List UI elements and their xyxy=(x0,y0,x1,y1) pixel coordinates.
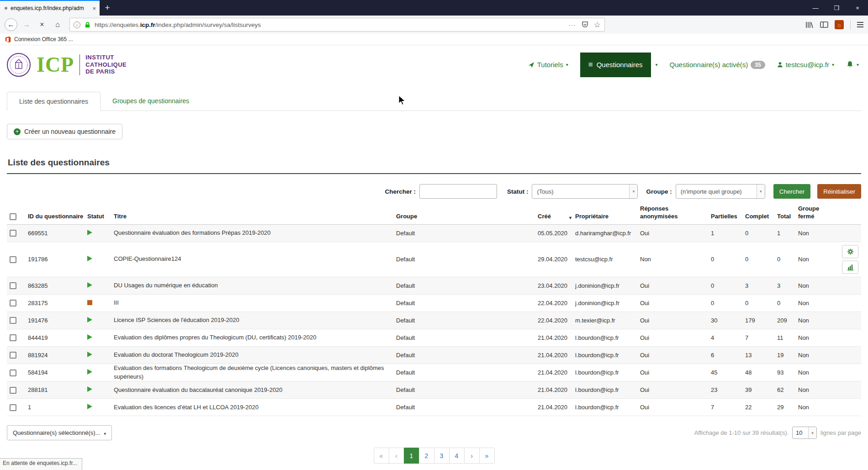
tab-survey-list[interactable]: Liste des questionnaires xyxy=(7,92,101,111)
pagination-item-2[interactable]: 2 xyxy=(419,448,434,464)
pagination-item-3[interactable]: 3 xyxy=(434,448,450,464)
page-size-select[interactable]: 10 ▾ xyxy=(792,427,817,439)
status-select[interactable]: (Tous) ▾ xyxy=(532,184,638,199)
survey-anonymized: Oui xyxy=(640,282,711,289)
survey-group: Default xyxy=(396,334,538,341)
nav-active-surveys[interactable]: Questionnaire(s) activé(s) 35 xyxy=(670,61,765,69)
reset-button[interactable]: Réinitialiser xyxy=(817,184,861,199)
minimize-button[interactable]: — xyxy=(805,5,826,11)
survey-group: Default xyxy=(396,256,538,263)
pocket-icon[interactable] xyxy=(582,21,588,28)
nav-questionnaires[interactable]: ≡ Questionnaires xyxy=(580,53,651,77)
select-all-checkbox[interactable] xyxy=(10,213,16,220)
row-checkbox[interactable] xyxy=(10,404,16,411)
search-label: Chercher : xyxy=(385,188,416,195)
row-checkbox[interactable] xyxy=(10,370,16,376)
survey-title-link[interactable]: Evaluation des diplômes propres du Theol… xyxy=(114,333,396,342)
column-header-title[interactable]: Titre xyxy=(114,213,396,221)
row-checkbox[interactable] xyxy=(10,317,16,324)
pagination-item-«[interactable]: « xyxy=(374,448,389,464)
nav-user-menu[interactable]: testcsu@icp.fr ▾ xyxy=(777,61,834,69)
survey-complete: 0 xyxy=(745,230,777,237)
survey-owner: l.bourdon@icp.fr xyxy=(575,352,640,359)
main-nav: Tutoriels ▾ ≡ Questionnaires ▾ Questionn… xyxy=(528,53,859,77)
pagination-item-›[interactable]: › xyxy=(464,448,480,464)
url-bar[interactable]: i https://enquetes.icp.fr/index.php/admi… xyxy=(69,18,605,32)
survey-created: 22.04.2020 xyxy=(538,300,575,306)
settings-button[interactable] xyxy=(842,245,858,258)
pagination-item-»[interactable]: » xyxy=(479,448,495,464)
column-header-partial[interactable]: Partielles xyxy=(711,213,745,221)
icp-logo[interactable]: ICP INSTITUT CATHOLIQUE DE PARIS xyxy=(6,53,127,77)
survey-partial: 1 xyxy=(711,230,745,237)
survey-title-link[interactable]: Evaluation des licences d'état LH et LLC… xyxy=(114,403,396,412)
survey-title-link[interactable]: Questionnaire évaluation des formations … xyxy=(114,229,396,238)
nav-notifications[interactable]: ▾ xyxy=(846,61,859,69)
group-select[interactable]: (n'importe quel groupe) ▾ xyxy=(676,184,765,199)
page-actions-icon[interactable]: ··· xyxy=(569,21,576,28)
site-info-icon[interactable]: i xyxy=(74,21,80,28)
sort-desc-icon: ▾ xyxy=(569,215,572,221)
survey-anonymized: Oui xyxy=(640,230,711,237)
home-button[interactable]: ⌂ xyxy=(51,18,64,31)
column-header-group[interactable]: Groupe xyxy=(396,213,538,221)
tab-survey-groups[interactable]: Groupes de questionnaires xyxy=(101,92,201,111)
row-checkbox[interactable] xyxy=(10,256,16,263)
column-header-owner[interactable]: Propriétaire xyxy=(575,213,640,221)
survey-title-link[interactable]: III xyxy=(114,299,396,307)
survey-status xyxy=(87,282,114,289)
close-button[interactable]: × xyxy=(847,5,868,11)
running-status-icon xyxy=(87,352,92,357)
search-button[interactable]: Chercher xyxy=(773,184,811,199)
row-checkbox[interactable] xyxy=(10,387,16,394)
chevron-down-icon[interactable]: ▾ xyxy=(656,62,658,67)
forward-button[interactable]: → xyxy=(20,18,33,31)
row-checkbox[interactable] xyxy=(10,334,16,341)
survey-complete: 0 xyxy=(745,256,777,263)
browser-tab[interactable]: enquetes.icp.fr/index.php/adm × xyxy=(0,0,100,16)
row-checkbox[interactable] xyxy=(10,352,16,359)
table-row: 863285DU Usages du numérique en éducatio… xyxy=(7,277,861,295)
nav-tutorials[interactable]: Tutoriels ▾ xyxy=(528,61,568,69)
pagination-item-1[interactable]: 1 xyxy=(404,448,419,464)
create-survey-button[interactable]: + Créer un nouveau questionnaire xyxy=(7,124,122,139)
column-header-anonymized[interactable]: Réponses anonymisées xyxy=(640,205,711,221)
row-checkbox[interactable] xyxy=(10,230,16,237)
new-tab-button[interactable]: + xyxy=(100,0,115,16)
active-surveys-badge: 35 xyxy=(751,61,765,69)
survey-title-link[interactable]: Evaluation des formations Theologicum de… xyxy=(114,364,396,381)
bookmark-item[interactable]: Connexion Office 365 ... xyxy=(14,36,73,42)
row-checkbox[interactable] xyxy=(10,300,16,306)
addon-icon[interactable]: ☼ xyxy=(835,20,844,29)
library-icon[interactable] xyxy=(805,21,814,29)
selected-surveys-button[interactable]: Questionnaire(s) sélectionné(s)... ▴ xyxy=(7,425,112,440)
column-header-created[interactable]: Créé ▾ xyxy=(538,213,575,221)
back-button[interactable]: ← xyxy=(5,18,17,31)
survey-title-link[interactable]: Evaluation du doctorat Theologicum 2019-… xyxy=(114,351,396,359)
survey-title-link[interactable]: Licence ISP Sciences de l'éducation 2019… xyxy=(114,316,396,325)
survey-group: Default xyxy=(396,230,538,237)
row-checkbox[interactable] xyxy=(10,282,16,289)
sidebar-icon[interactable] xyxy=(820,21,828,28)
pagination-item-4[interactable]: 4 xyxy=(449,448,465,464)
statistics-button[interactable] xyxy=(842,260,858,274)
column-header-closed[interactable]: Groupe fermé xyxy=(798,205,835,221)
menu-icon[interactable] xyxy=(857,22,863,27)
running-status-icon xyxy=(87,256,92,261)
stop-button[interactable]: × xyxy=(36,18,48,31)
pagination: «‹1234›» xyxy=(7,448,861,464)
bookmark-star-icon[interactable]: ☆ xyxy=(594,20,601,30)
padlock-icon xyxy=(84,21,91,28)
table-row: 288181Questionnaire évaluation du baccal… xyxy=(7,381,861,399)
tab-close-icon[interactable]: × xyxy=(92,5,96,12)
survey-title-link[interactable]: DU Usages du numérique en éducation xyxy=(114,281,396,290)
column-header-status[interactable]: Statut xyxy=(87,213,114,221)
search-input[interactable] xyxy=(419,184,497,199)
column-header-complete[interactable]: Complet xyxy=(745,213,777,221)
column-header-total[interactable]: Total xyxy=(777,213,798,221)
column-header-id[interactable]: ID du questionnaire xyxy=(28,213,87,221)
restore-button[interactable]: ❒ xyxy=(826,5,847,11)
survey-title-link[interactable]: COPIE-Questionnaire124 xyxy=(114,255,396,264)
survey-title-link[interactable]: Questionnaire évaluation du baccalauréat… xyxy=(114,386,396,395)
pagination-item-‹[interactable]: ‹ xyxy=(389,448,404,464)
